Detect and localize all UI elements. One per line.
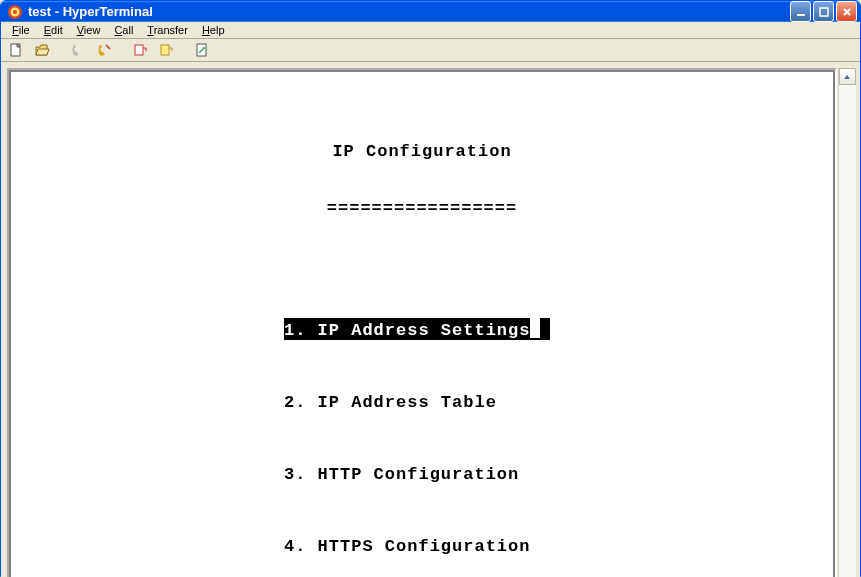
menubar: File Edit View Call Transfer Help [1, 22, 860, 39]
application-window: test - HyperTerminal File Edit View Call… [0, 0, 861, 577]
close-button[interactable] [836, 1, 857, 22]
menu-option-3[interactable]: 3. HTTP Configuration [284, 458, 830, 492]
send-file-icon[interactable] [129, 39, 151, 61]
minimize-button[interactable] [790, 1, 811, 22]
menu-file[interactable]: File [5, 22, 37, 38]
terminal-underline: ================= [14, 199, 830, 218]
menu-option-1[interactable]: 1. IP Address Settings [284, 314, 830, 348]
call-icon [67, 39, 89, 61]
menu-view[interactable]: View [70, 22, 108, 38]
window-controls [790, 1, 857, 22]
svg-rect-4 [820, 8, 828, 16]
menu-edit[interactable]: Edit [37, 22, 70, 38]
window-title: test - HyperTerminal [28, 4, 790, 19]
terminal-frame: IP Configuration ================= 1. IP… [7, 68, 837, 577]
titlebar[interactable]: test - HyperTerminal [1, 1, 860, 22]
menu-help[interactable]: Help [195, 22, 232, 38]
app-icon [7, 4, 23, 20]
svg-rect-8 [161, 45, 169, 55]
cursor [530, 318, 540, 338]
terminal-title: IP Configuration [14, 142, 830, 161]
properties-icon[interactable] [191, 39, 213, 61]
vertical-scrollbar[interactable] [838, 68, 855, 577]
svg-point-2 [13, 10, 17, 14]
receive-file-icon[interactable] [155, 39, 177, 61]
maximize-button[interactable] [813, 1, 834, 22]
terminal-menu: 1. IP Address Settings 2. IP Address Tab… [284, 276, 830, 577]
menu-call[interactable]: Call [107, 22, 140, 38]
menu-option-4[interactable]: 4. HTTPS Configuration [284, 530, 830, 564]
svg-line-6 [106, 45, 110, 49]
new-file-icon[interactable] [5, 39, 27, 61]
svg-point-10 [203, 47, 205, 49]
disconnect-icon[interactable] [93, 39, 115, 61]
toolbar [1, 39, 860, 62]
svg-rect-7 [135, 45, 143, 55]
scroll-track[interactable] [839, 85, 856, 577]
terminal[interactable]: IP Configuration ================= 1. IP… [11, 72, 833, 577]
menu-option-2[interactable]: 2. IP Address Table [284, 386, 830, 420]
scroll-up-icon[interactable] [839, 68, 856, 85]
open-file-icon[interactable] [31, 39, 53, 61]
menu-transfer[interactable]: Transfer [140, 22, 195, 38]
content-area: IP Configuration ================= 1. IP… [1, 62, 860, 577]
svg-rect-3 [797, 14, 805, 16]
